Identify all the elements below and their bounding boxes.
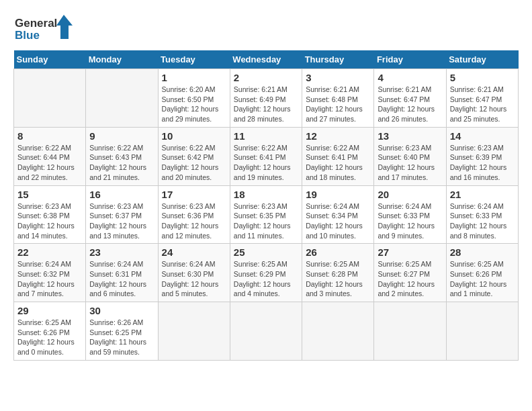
day-number: 14 [450, 130, 515, 142]
day-number: 29 [17, 305, 82, 316]
day-info: Sunrise: 6:24 AM Sunset: 6:33 PM Dayligh… [378, 201, 442, 241]
day-info: Sunrise: 6:20 AM Sunset: 6:50 PM Dayligh… [162, 85, 226, 124]
day-info: Sunrise: 6:23 AM Sunset: 6:37 PM Dayligh… [89, 201, 154, 241]
day-info: Sunrise: 6:23 AM Sunset: 6:35 PM Dayligh… [234, 201, 298, 241]
day-info: Sunrise: 6:21 AM Sunset: 6:48 PM Dayligh… [306, 85, 370, 124]
weekday-header-monday: Monday [86, 50, 158, 69]
day-cell-23: 23 Sunrise: 6:24 AM Sunset: 6:31 PM Dayl… [86, 244, 158, 302]
day-info: Sunrise: 6:23 AM Sunset: 6:39 PM Dayligh… [450, 143, 515, 183]
day-info: Sunrise: 6:24 AM Sunset: 6:30 PM Dayligh… [162, 259, 226, 299]
day-number: 12 [306, 130, 370, 142]
svg-marker-2 [56, 15, 73, 39]
day-cell-4: 4 Sunrise: 6:21 AM Sunset: 6:47 PM Dayli… [374, 69, 446, 128]
day-number: 28 [450, 246, 515, 258]
empty-cell [14, 69, 86, 128]
day-number: 25 [234, 246, 298, 258]
day-number: 10 [162, 130, 226, 142]
day-cell-3: 3 Sunrise: 6:21 AM Sunset: 6:48 PM Dayli… [302, 69, 374, 128]
day-number: 1 [162, 72, 226, 83]
day-cell-10: 10 Sunrise: 6:22 AM Sunset: 6:42 PM Dayl… [158, 127, 230, 185]
day-info: Sunrise: 6:25 AM Sunset: 6:26 PM Dayligh… [450, 259, 515, 299]
empty-cell [86, 69, 158, 128]
empty-cell [302, 302, 374, 361]
day-cell-13: 13 Sunrise: 6:23 AM Sunset: 6:40 PM Dayl… [374, 127, 446, 185]
day-number: 23 [89, 246, 154, 258]
day-info: Sunrise: 6:24 AM Sunset: 6:34 PM Dayligh… [306, 201, 370, 241]
day-number: 16 [89, 189, 154, 200]
day-info: Sunrise: 6:25 AM Sunset: 6:28 PM Dayligh… [306, 259, 370, 299]
day-number: 30 [89, 305, 154, 316]
day-info: Sunrise: 6:24 AM Sunset: 6:32 PM Dayligh… [17, 259, 82, 299]
day-number: 9 [89, 130, 154, 142]
day-number: 24 [162, 246, 226, 258]
svg-text:General: General [15, 17, 57, 30]
day-info: Sunrise: 6:26 AM Sunset: 6:25 PM Dayligh… [89, 318, 154, 357]
day-cell-28: 28 Sunrise: 6:25 AM Sunset: 6:26 PM Dayl… [446, 244, 518, 302]
day-cell-20: 20 Sunrise: 6:24 AM Sunset: 6:33 PM Dayl… [374, 185, 446, 244]
calendar-table: SundayMondayTuesdayWednesdayThursdayFrid… [13, 50, 519, 361]
calendar-week-3: 15 Sunrise: 6:23 AM Sunset: 6:38 PM Dayl… [14, 185, 519, 244]
day-cell-24: 24 Sunrise: 6:24 AM Sunset: 6:30 PM Dayl… [158, 244, 230, 302]
day-info: Sunrise: 6:22 AM Sunset: 6:44 PM Dayligh… [17, 143, 82, 183]
day-cell-5: 5 Sunrise: 6:21 AM Sunset: 6:47 PM Dayli… [446, 69, 518, 128]
day-info: Sunrise: 6:22 AM Sunset: 6:41 PM Dayligh… [234, 143, 298, 183]
weekday-header-row: SundayMondayTuesdayWednesdayThursdayFrid… [14, 50, 519, 69]
day-number: 20 [378, 189, 442, 200]
day-info: Sunrise: 6:21 AM Sunset: 6:47 PM Dayligh… [378, 85, 442, 124]
day-cell-9: 9 Sunrise: 6:22 AM Sunset: 6:43 PM Dayli… [86, 127, 158, 185]
day-cell-27: 27 Sunrise: 6:25 AM Sunset: 6:27 PM Dayl… [374, 244, 446, 302]
svg-text:Blue: Blue [15, 29, 40, 42]
day-number: 4 [378, 72, 442, 83]
day-number: 15 [17, 189, 82, 200]
day-info: Sunrise: 6:25 AM Sunset: 6:26 PM Dayligh… [17, 318, 82, 357]
weekday-header-sunday: Sunday [14, 50, 86, 69]
day-number: 19 [306, 189, 370, 200]
day-info: Sunrise: 6:21 AM Sunset: 6:49 PM Dayligh… [234, 85, 298, 124]
day-info: Sunrise: 6:21 AM Sunset: 6:47 PM Dayligh… [450, 85, 515, 124]
empty-cell [374, 302, 446, 361]
day-info: Sunrise: 6:24 AM Sunset: 6:33 PM Dayligh… [450, 201, 515, 241]
calendar-week-5: 29 Sunrise: 6:25 AM Sunset: 6:26 PM Dayl… [14, 302, 519, 361]
weekday-header-friday: Friday [374, 50, 446, 69]
day-cell-21: 21 Sunrise: 6:24 AM Sunset: 6:33 PM Dayl… [446, 185, 518, 244]
empty-cell [230, 302, 302, 361]
day-cell-15: 15 Sunrise: 6:23 AM Sunset: 6:38 PM Dayl… [14, 185, 86, 244]
day-info: Sunrise: 6:22 AM Sunset: 6:41 PM Dayligh… [306, 143, 370, 183]
calendar-week-2: 8 Sunrise: 6:22 AM Sunset: 6:44 PM Dayli… [14, 127, 519, 185]
day-number: 8 [17, 130, 82, 142]
day-cell-14: 14 Sunrise: 6:23 AM Sunset: 6:39 PM Dayl… [446, 127, 518, 185]
day-number: 18 [234, 189, 298, 200]
calendar-week-1: 1 Sunrise: 6:20 AM Sunset: 6:50 PM Dayli… [14, 69, 519, 128]
logo: General Blue [13, 13, 74, 44]
day-cell-25: 25 Sunrise: 6:25 AM Sunset: 6:29 PM Dayl… [230, 244, 302, 302]
day-number: 27 [378, 246, 442, 258]
day-number: 2 [234, 72, 298, 83]
day-info: Sunrise: 6:23 AM Sunset: 6:38 PM Dayligh… [17, 201, 82, 241]
day-info: Sunrise: 6:24 AM Sunset: 6:31 PM Dayligh… [89, 259, 154, 299]
day-info: Sunrise: 6:23 AM Sunset: 6:40 PM Dayligh… [378, 143, 442, 183]
day-number: 21 [450, 189, 515, 200]
day-number: 5 [450, 72, 515, 83]
day-cell-2: 2 Sunrise: 6:21 AM Sunset: 6:49 PM Dayli… [230, 69, 302, 128]
weekday-header-tuesday: Tuesday [158, 50, 230, 69]
day-info: Sunrise: 6:25 AM Sunset: 6:29 PM Dayligh… [234, 259, 298, 299]
day-cell-11: 11 Sunrise: 6:22 AM Sunset: 6:41 PM Dayl… [230, 127, 302, 185]
day-cell-8: 8 Sunrise: 6:22 AM Sunset: 6:44 PM Dayli… [14, 127, 86, 185]
day-info: Sunrise: 6:23 AM Sunset: 6:36 PM Dayligh… [162, 201, 226, 241]
day-number: 26 [306, 246, 370, 258]
day-cell-22: 22 Sunrise: 6:24 AM Sunset: 6:32 PM Dayl… [14, 244, 86, 302]
weekday-header-wednesday: Wednesday [230, 50, 302, 69]
day-cell-17: 17 Sunrise: 6:23 AM Sunset: 6:36 PM Dayl… [158, 185, 230, 244]
day-cell-26: 26 Sunrise: 6:25 AM Sunset: 6:28 PM Dayl… [302, 244, 374, 302]
day-number: 3 [306, 72, 370, 83]
day-cell-19: 19 Sunrise: 6:24 AM Sunset: 6:34 PM Dayl… [302, 185, 374, 244]
day-cell-29: 29 Sunrise: 6:25 AM Sunset: 6:26 PM Dayl… [14, 302, 86, 361]
day-cell-12: 12 Sunrise: 6:22 AM Sunset: 6:41 PM Dayl… [302, 127, 374, 185]
empty-cell [446, 302, 518, 361]
day-info: Sunrise: 6:25 AM Sunset: 6:27 PM Dayligh… [378, 259, 442, 299]
day-number: 13 [378, 130, 442, 142]
weekday-header-thursday: Thursday [302, 50, 374, 69]
calendar-week-4: 22 Sunrise: 6:24 AM Sunset: 6:32 PM Dayl… [14, 244, 519, 302]
day-number: 22 [17, 246, 82, 258]
weekday-header-saturday: Saturday [446, 50, 518, 69]
